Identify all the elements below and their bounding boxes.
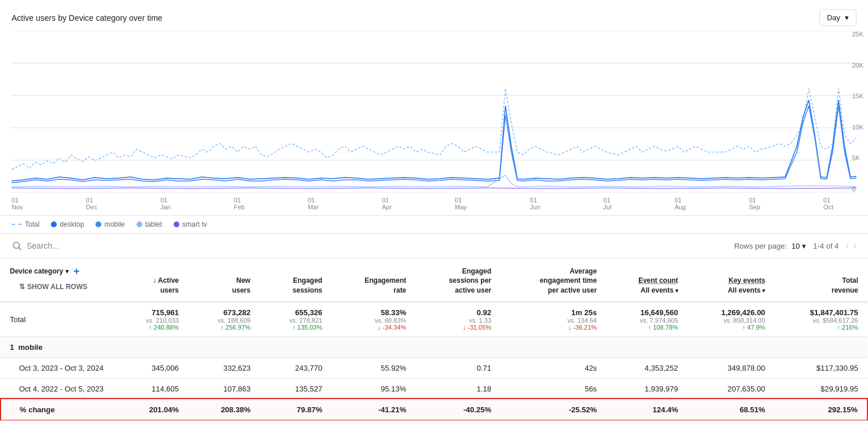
total-event-count: 16,649,560 vs. 7,974,605 ↑ 108.78% <box>606 302 687 337</box>
add-column-button[interactable]: + <box>73 264 80 279</box>
row-1-date1-key-events: 349,878.00 <box>687 357 775 378</box>
pagination-info: 1-4 of 4 <box>813 242 838 250</box>
y-axis-labels: 25K 20K 15K 10K 5K 0 <box>852 31 863 193</box>
col-event-count: Event count All events ▾ <box>606 258 687 302</box>
next-page-button[interactable]: › <box>854 241 856 251</box>
col-engagement-rate: Engagementrate <box>332 258 415 302</box>
rows-per-page-dropdown[interactable]: 10 ▾ <box>792 242 806 250</box>
pagination-area: Rows per page: 10 ▾ 1-4 of 4 ‹ › <box>734 241 856 251</box>
svg-point-6 <box>13 242 20 249</box>
legend-desktop: desktop <box>51 220 84 228</box>
prev-page-button[interactable]: ‹ <box>845 241 848 251</box>
legend-mobile: mobile <box>95 220 124 228</box>
table-section: Search... Rows per page: 10 ▾ 1-4 of 4 ‹… <box>0 234 868 420</box>
row-1-pct-label: % change <box>1 399 116 420</box>
chart-title: Active users by Device category over tim… <box>12 13 163 23</box>
chart-header: Active users by Device category over tim… <box>0 0 868 31</box>
row-1-date2-engagement-rate: 95.13% <box>332 378 415 399</box>
time-selector[interactable]: Day ▾ <box>819 9 856 26</box>
row-1-pct-event-count: 124.4% <box>606 399 687 420</box>
device-category-header: Device category <box>10 267 63 276</box>
legend-total-icon <box>12 224 22 225</box>
row-1-pct-avg-engagement: -25.52% <box>501 399 606 420</box>
legend-mobile-icon <box>95 221 101 227</box>
show-all-rows-button[interactable]: ⇅ SHOW ALL ROWS <box>10 279 107 295</box>
search-row: Search... Rows per page: 10 ▾ 1-4 of 4 ‹… <box>0 234 868 258</box>
totals-label: Total <box>1 302 116 337</box>
col-device-category: Device category ▾ + ⇅ SHOW ALL ROWS <box>1 258 116 302</box>
col-engaged-sessions: Engagedsessions <box>260 258 332 302</box>
legend-tablet: tablet <box>137 220 162 228</box>
row-1-date1-engagement-rate: 55.92% <box>332 357 415 378</box>
row-1-date2-engaged-per-user: 1.18 <box>415 378 501 399</box>
total-new-users: 673,282 vs. 188,609 ↑ 256.97% <box>188 302 260 337</box>
totals-row: Total 715,961 vs. 210,033 ↑ 240.88% 673,… <box>1 302 867 337</box>
total-engaged-sessions: 655,326 vs. 278,821 ↑ 135.03% <box>260 302 332 337</box>
chart-area: 25K 20K 15K 10K 5K 0 <box>0 31 868 216</box>
chevron-down-icon: ▾ <box>845 13 849 22</box>
row-1-date1-label: Oct 3, 2023 - Oct 3, 2024 <box>1 357 116 378</box>
legend-tablet-icon <box>137 221 142 227</box>
legend-desktop-icon <box>51 221 57 227</box>
row-1-pct-active-users: 201.04% <box>116 399 188 420</box>
row-1-pct-key-events: 68.51% <box>687 399 775 420</box>
total-avg-engagement: 1m 25s vs. 134.64 ↓ -36.21% <box>501 302 606 337</box>
sort-down-icon: ↓ <box>153 276 156 285</box>
chevron-down-icon: ▾ <box>802 242 806 250</box>
col-active-users: ↓ Activeusers <box>116 258 188 302</box>
search-input[interactable]: Search... <box>27 241 59 250</box>
search-wrapper[interactable]: Search... <box>12 241 59 251</box>
row-1-date1: Oct 3, 2023 - Oct 3, 2024 345,006 332,62… <box>1 357 867 378</box>
total-engaged-per-user: 0.92 vs. 1.33 ↓ -31.05% <box>415 302 501 337</box>
row-1-pct-engagement-rate: -41.21% <box>332 399 415 420</box>
row-1-date1-engaged-per-user: 0.71 <box>415 357 501 378</box>
row-1-date2-event-count: 1,939,979 <box>606 378 687 399</box>
line-chart <box>12 31 856 193</box>
row-1-device-name: 1 mobile <box>1 337 867 357</box>
table-header-row: Device category ▾ + ⇅ SHOW ALL ROWS ↓ Ac… <box>1 258 867 302</box>
row-1-date1-avg-engagement: 42s <box>501 357 606 378</box>
col-total-revenue: Totalrevenue <box>774 258 867 302</box>
total-revenue: $1,847,401.75 vs. $584,617.26 ↑ 216% <box>774 302 867 337</box>
row-1-date2-active-users: 114,605 <box>116 378 188 399</box>
data-table: Device category ▾ + ⇅ SHOW ALL ROWS ↓ Ac… <box>0 258 868 420</box>
chart-legend: Total desktop mobile tablet smart tv <box>0 216 868 234</box>
row-1-date1-active-users: 345,006 <box>116 357 188 378</box>
row-1-device: 1 mobile <box>1 337 867 357</box>
total-active-users: 715,961 vs. 210,033 ↑ 240.88% <box>116 302 188 337</box>
row-1-date2-new-users: 107,863 <box>188 378 260 399</box>
row-1-pct-revenue: 292.15% <box>774 399 867 420</box>
row-1-pct-new-users: 208.38% <box>188 399 260 420</box>
row-1-date2-avg-engagement: 56s <box>501 378 606 399</box>
page-container: Active users by Device category over tim… <box>0 0 868 420</box>
col-avg-engagement-time: Averageengagement timeper active user <box>501 258 606 302</box>
search-icon <box>12 241 22 251</box>
filter-arrow-icon[interactable]: ▾ <box>65 267 69 276</box>
row-1-pct-engaged-per-user: -40.25% <box>415 399 501 420</box>
row-1-date2-engaged-sessions: 135,527 <box>260 378 332 399</box>
col-key-events: Key events All events ▾ <box>687 258 775 302</box>
row-1-date2: Oct 4, 2022 - Oct 5, 2023 114,605 107,86… <box>1 378 867 399</box>
row-1-date1-engaged-sessions: 243,770 <box>260 357 332 378</box>
rows-per-page: Rows per page: 10 ▾ <box>734 242 807 250</box>
row-1-pct-change: % change 201.04% 208.38% 79.87% -41.21% … <box>1 399 867 420</box>
svg-line-7 <box>19 247 21 250</box>
row-1-date1-new-users: 332,623 <box>188 357 260 378</box>
row-1-date2-label: Oct 4, 2022 - Oct 5, 2023 <box>1 378 116 399</box>
col-engaged-sessions-per-user: Engagedsessions peractive user <box>415 258 501 302</box>
total-key-events: 1,269,426.00 vs. 858,314.00 ↑ 47.9% <box>687 302 775 337</box>
row-1-date2-revenue: $29,919.95 <box>774 378 867 399</box>
x-axis-labels: 01Nov 01Dec 01Jan 01Feb 01Mar 01Apr 01Ma… <box>12 194 856 210</box>
row-1-pct-engaged-sessions: 79.87% <box>260 399 332 420</box>
row-1-date2-key-events: 207,635.00 <box>687 378 775 399</box>
col-new-users: Newusers <box>188 258 260 302</box>
legend-smarttv: smart tv <box>174 220 207 228</box>
legend-smarttv-icon <box>174 221 179 227</box>
total-engagement-rate: 58.33% vs. 88.83% ↓ -34.34% <box>332 302 415 337</box>
row-1-date1-event-count: 4,353,252 <box>606 357 687 378</box>
row-1-date1-revenue: $117,330.95 <box>774 357 867 378</box>
legend-total: Total <box>12 220 39 228</box>
pagination-arrows: ‹ › <box>845 241 856 251</box>
